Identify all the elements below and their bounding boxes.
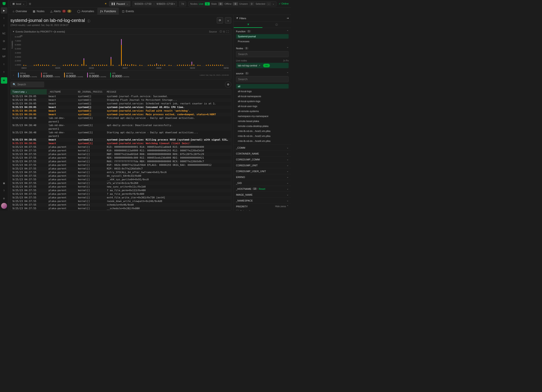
chart-plot[interactable] xyxy=(22,36,229,66)
log-row[interactable]: 9/25/23 04:37:55plaka-parentkernel[]R10:… xyxy=(11,149,231,152)
tab-anomalies[interactable]: ◯Anomalies xyxy=(75,8,97,15)
space-selector[interactable]: ▦ local ⌄ xyxy=(10,1,27,6)
help-icon[interactable]: ? xyxy=(1,188,7,194)
play-state[interactable]: ❚❚ Paused ⌄ xyxy=(109,1,130,6)
time-range[interactable]: 9/23/23 • 17:53 → 9/30/23 • 17:53 • xyxy=(133,1,177,6)
brand-logo[interactable] xyxy=(2,1,6,6)
log-row[interactable]: 9/25/23 04:39:05beastsystemd[]systemd-jo… xyxy=(11,113,231,116)
tab-nodes[interactable]: ▦Nodes xyxy=(30,8,47,15)
facet-hostname[interactable]: _HOSTNAME 13 Reset ⌄ xyxy=(234,186,291,192)
node-item[interactable]: lab-nd-log-central ↗ ON xyxy=(236,63,289,68)
target-icon[interactable]: ◎ xyxy=(29,2,31,5)
function-item[interactable]: Processes xyxy=(236,39,289,44)
legend-item[interactable]: error0.0000 k events xyxy=(41,72,60,78)
source-item[interactable]: rmte-lb-nd-dv…host1.vm.plka xyxy=(236,129,289,133)
log-row[interactable]: 9/25/23 04:39:05beastsystemd[]systemd-jo… xyxy=(11,95,231,98)
rail-item-3[interactable]: 0I xyxy=(1,38,7,44)
search-input[interactable]: 🔍 Search xyxy=(10,82,44,87)
tab-overview[interactable]: ⌂Overview xyxy=(10,8,30,15)
log-row[interactable]: 9/25/23 04:37:55plaka-parentkernel[] new… xyxy=(11,185,231,189)
info-icon[interactable]: ⓘ xyxy=(220,30,222,33)
log-row[interactable]: 9/25/23 04:39:05beastsystemd[]systemd-jo… xyxy=(11,105,231,109)
settings-icon[interactable]: ⚙ xyxy=(1,195,7,201)
rail-item-1[interactable]: T xyxy=(1,23,7,29)
facet-item[interactable]: COREDUMP_USER_UNIT⌄ xyxy=(234,168,291,174)
refresh-button[interactable]: ⟳ xyxy=(217,17,223,23)
priority-select-all[interactable]: Select all xyxy=(234,209,291,211)
rail-item-2[interactable]: NC xyxy=(1,30,7,37)
user-avatar[interactable] xyxy=(1,203,7,209)
legend-item[interactable]: debug0.0000 k events xyxy=(18,72,37,78)
facet-item[interactable]: COREDUMP_COMM⌄ xyxy=(234,156,291,162)
chart-body[interactable]: AR k events 8.00007.00006.00005.00004.00… xyxy=(11,35,231,71)
facet-item[interactable]: CONTAINER_NAME⌄ xyxy=(234,151,291,156)
node-stats[interactable]: Nodes Live 1 Stale 0 Offline 0 Unseen 0 … xyxy=(188,1,277,6)
checkbox[interactable] xyxy=(236,210,239,211)
tab-functions[interactable]: ƒxFunctions xyxy=(97,8,119,15)
facet-priority[interactable]: PRIORITY Hide zeros ⌃ xyxy=(234,203,291,209)
source-item[interactable]: all-remote-systems xyxy=(236,109,289,114)
rail-item-6[interactable]: t xyxy=(1,61,7,67)
range-preset[interactable]: 7d xyxy=(179,1,186,6)
rail-item-5[interactable]: NP xyxy=(1,53,7,60)
log-row[interactable]: 9/25/23 04:38:48lab-nd-dev-parent1system… xyxy=(11,116,231,124)
node-toggle[interactable]: ON xyxy=(263,64,270,67)
news-icon[interactable]: ▣ xyxy=(1,180,7,186)
log-row[interactable]: 9/25/23 04:37:55plaka-parentkernel[] __x… xyxy=(11,178,231,181)
rail-item-7[interactable]: t xyxy=(1,69,7,75)
log-row[interactable]: 9/25/23 04:37:55plaka-parentkernel[]RBP:… xyxy=(11,152,231,156)
sidebar-body[interactable]: Function 1 ⌃ Systemd-journal Processes N… xyxy=(234,28,291,211)
more-menu[interactable]: ⌄ xyxy=(225,17,231,23)
source-item[interactable]: remote-costa-desktop.plaka xyxy=(236,124,289,128)
source-item[interactable]: rmte-lb-nd-dv…host2.vm.plka xyxy=(236,134,289,138)
log-row[interactable]: 9/25/23 04:37:55plaka-parentkernel[] sch… xyxy=(11,203,231,207)
log-row[interactable]: 9/25/23 04:37:55plaka-parentkernel[] do_… xyxy=(11,174,231,178)
source-item[interactable]: namespace-my-namespace xyxy=(236,114,289,118)
sort-icon[interactable]: ↓ xyxy=(13,74,14,76)
expand-icon[interactable]: ⛶ xyxy=(226,30,229,33)
log-row[interactable]: 9/25/23 04:37:55plaka-parentkernel[]RDX:… xyxy=(11,156,231,160)
sidebar-tab-filters[interactable]: ⧩ xyxy=(234,22,262,28)
log-row[interactable]: 9/25/23 04:39:05beastsystemd[]systemd-jo… xyxy=(11,102,231,105)
log-row[interactable]: 9/25/23 04:37:55plaka-parentkernel[] ? a… xyxy=(11,189,231,192)
nodes-search[interactable] xyxy=(236,51,289,57)
log-row[interactable]: 9/25/23 04:37:55plaka-parentkernel[] ext… xyxy=(11,196,231,200)
log-row[interactable]: 9/25/23 04:37:55plaka-parentkernel[] rws… xyxy=(11,200,231,203)
facet-item[interactable]: IMAGE_NAME⌄ xyxy=(234,192,291,197)
hide-zeros[interactable]: Hide zeros xyxy=(275,205,286,208)
source-item[interactable]: all xyxy=(236,84,289,89)
table-settings-button[interactable]: ⚙ xyxy=(225,81,231,88)
log-row[interactable]: 9/25/23 04:37:55plaka-parentkernel[] vfs… xyxy=(11,181,231,185)
source-item[interactable]: all-local-user-logs xyxy=(236,104,289,109)
log-row[interactable]: 9/25/23 04:37:55plaka-parentkernel[] __s… xyxy=(11,207,231,210)
filter-nodes-head[interactable]: Nodes 1 ⌃ xyxy=(236,47,289,50)
source-item[interactable]: rmte-lb-nd-dv…host4.vm.plka xyxy=(236,139,289,143)
rail-play-icon[interactable]: ▶ xyxy=(1,7,7,14)
facet-item[interactable]: ERRNO⌄ xyxy=(234,174,291,180)
tab-alerts[interactable]: △Alerts00 xyxy=(48,8,74,15)
warning-icon[interactable]: ☀ xyxy=(105,2,107,5)
source-item[interactable]: all-local-system-logs xyxy=(236,99,289,103)
info-icon[interactable]: i xyxy=(87,19,90,23)
legend-item[interactable]: info0.0000 k events xyxy=(110,72,129,78)
col-timestamp[interactable]: Timestamp ↓ xyxy=(11,89,47,94)
facet-item[interactable]: _NAMESPACE⌄ xyxy=(234,197,291,203)
log-body[interactable]: 9/25/23 04:39:05beastsystemd[]systemd-jo… xyxy=(11,95,231,210)
log-row[interactable]: 9/25/23 04:38:01beastsystemd[1]systemd-j… xyxy=(11,142,231,145)
col-message[interactable]: MESSAGE xyxy=(105,89,231,94)
log-row[interactable]: 9/25/23 04:37:55plaka-parentkernel[] ? a… xyxy=(11,192,231,196)
rail-item-0[interactable]: I xyxy=(1,15,7,21)
reset-link[interactable]: Reset xyxy=(259,188,265,190)
facet-item[interactable]: COREDUMP_UNIT⌄ xyxy=(234,162,291,168)
function-item[interactable]: Systemd-journal xyxy=(236,34,289,39)
source-item[interactable]: all-local-logs xyxy=(236,89,289,93)
facet-item[interactable]: _COMM⌄ xyxy=(234,145,291,151)
log-row[interactable]: 9/25/23 04:38:48lab-nd-dev-parent1system… xyxy=(11,124,231,131)
log-row[interactable]: 9/25/23 04:37:55plaka-parentkernel[]RAX:… xyxy=(11,160,231,163)
source-item[interactable]: all-local-namespaces xyxy=(236,94,289,98)
col-hostname[interactable]: _HOSTNAME xyxy=(47,89,76,94)
copy-icon[interactable]: ⎘ xyxy=(223,30,225,33)
filter-function-head[interactable]: Function 1 ⌃ xyxy=(236,30,289,33)
legend-item[interactable]: warning0.0000 k events xyxy=(64,72,83,78)
log-row[interactable]: 9/25/23 04:38:01beastsystemd[1]systemd-j… xyxy=(11,138,231,142)
